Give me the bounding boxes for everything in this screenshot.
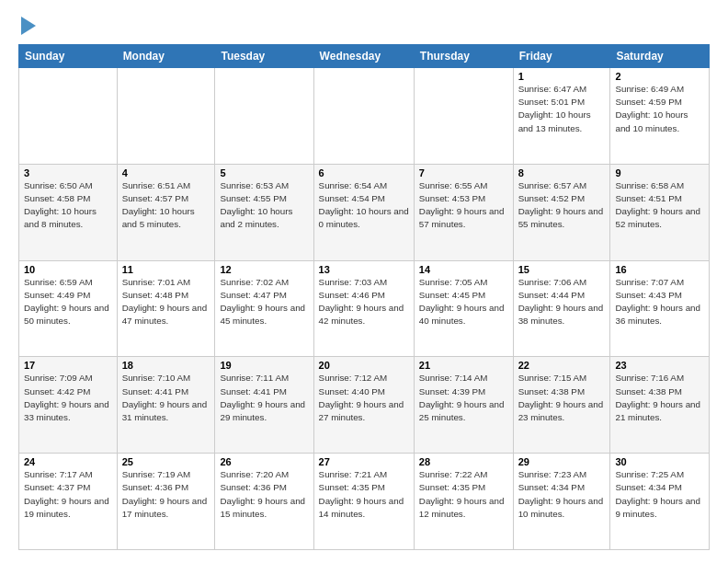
day-info: Sunrise: 7:01 AM Sunset: 4:48 PM Dayligh… — [122, 276, 210, 328]
day-number: 6 — [319, 167, 409, 178]
calendar-header-saturday: Saturday — [610, 45, 710, 68]
day-number: 29 — [518, 456, 606, 467]
day-number: 12 — [220, 264, 308, 275]
day-number: 2 — [615, 71, 704, 82]
calendar-cell — [19, 68, 118, 165]
calendar-cell: 22Sunrise: 7:15 AM Sunset: 4:38 PM Dayli… — [513, 357, 610, 454]
day-info: Sunrise: 7:03 AM Sunset: 4:46 PM Dayligh… — [319, 276, 409, 328]
logo — [18, 17, 36, 35]
calendar-table: SundayMondayTuesdayWednesdayThursdayFrid… — [18, 44, 710, 550]
calendar-cell — [215, 68, 313, 165]
day-info: Sunrise: 7:19 AM Sunset: 4:36 PM Dayligh… — [122, 468, 210, 521]
calendar-cell: 16Sunrise: 7:07 AM Sunset: 4:43 PM Dayli… — [610, 260, 710, 357]
calendar-header-thursday: Thursday — [414, 45, 513, 68]
day-info: Sunrise: 6:54 AM Sunset: 4:54 PM Dayligh… — [319, 179, 409, 232]
calendar-cell: 9Sunrise: 6:58 AM Sunset: 4:51 PM Daylig… — [610, 164, 710, 260]
calendar-week-row: 17Sunrise: 7:09 AM Sunset: 4:42 PM Dayli… — [19, 357, 710, 454]
day-info: Sunrise: 6:58 AM Sunset: 4:51 PM Dayligh… — [615, 179, 704, 232]
day-number: 15 — [518, 264, 606, 275]
calendar-cell: 30Sunrise: 7:25 AM Sunset: 4:34 PM Dayli… — [610, 454, 710, 550]
day-info: Sunrise: 7:22 AM Sunset: 4:35 PM Dayligh… — [419, 468, 508, 521]
day-number: 11 — [122, 264, 210, 275]
calendar-cell: 29Sunrise: 7:23 AM Sunset: 4:34 PM Dayli… — [513, 454, 610, 550]
day-number: 23 — [615, 360, 704, 371]
day-number: 10 — [24, 264, 112, 275]
calendar-cell: 24Sunrise: 7:17 AM Sunset: 4:37 PM Dayli… — [19, 454, 118, 550]
day-number: 18 — [122, 360, 210, 371]
day-info: Sunrise: 7:11 AM Sunset: 4:41 PM Dayligh… — [220, 372, 308, 424]
calendar-cell: 13Sunrise: 7:03 AM Sunset: 4:46 PM Dayli… — [313, 260, 414, 357]
day-info: Sunrise: 6:47 AM Sunset: 5:01 PM Dayligh… — [518, 83, 606, 135]
day-number: 21 — [419, 360, 508, 371]
logo-arrow-icon — [21, 17, 36, 35]
calendar-cell: 11Sunrise: 7:01 AM Sunset: 4:48 PM Dayli… — [117, 260, 215, 357]
day-number: 20 — [319, 360, 409, 371]
day-info: Sunrise: 6:51 AM Sunset: 4:57 PM Dayligh… — [122, 179, 210, 232]
day-info: Sunrise: 6:59 AM Sunset: 4:49 PM Dayligh… — [24, 276, 112, 328]
calendar-cell: 28Sunrise: 7:22 AM Sunset: 4:35 PM Dayli… — [414, 454, 513, 550]
calendar-cell: 6Sunrise: 6:54 AM Sunset: 4:54 PM Daylig… — [313, 164, 414, 260]
calendar-header-sunday: Sunday — [19, 45, 118, 68]
day-number: 28 — [419, 456, 508, 467]
page: SundayMondayTuesdayWednesdayThursdayFrid… — [0, 0, 728, 563]
day-info: Sunrise: 7:02 AM Sunset: 4:47 PM Dayligh… — [220, 276, 308, 328]
day-number: 3 — [24, 167, 112, 178]
day-info: Sunrise: 7:14 AM Sunset: 4:39 PM Dayligh… — [419, 372, 508, 424]
calendar-cell — [414, 68, 513, 165]
day-info: Sunrise: 7:17 AM Sunset: 4:37 PM Dayligh… — [24, 468, 112, 521]
calendar-week-row: 3Sunrise: 6:50 AM Sunset: 4:58 PM Daylig… — [19, 164, 710, 260]
day-number: 22 — [518, 360, 606, 371]
day-info: Sunrise: 7:15 AM Sunset: 4:38 PM Dayligh… — [518, 372, 606, 424]
day-info: Sunrise: 7:23 AM Sunset: 4:34 PM Dayligh… — [518, 468, 606, 521]
day-number: 5 — [220, 167, 308, 178]
calendar-cell: 7Sunrise: 6:55 AM Sunset: 4:53 PM Daylig… — [414, 164, 513, 260]
day-info: Sunrise: 7:16 AM Sunset: 4:38 PM Dayligh… — [615, 372, 704, 424]
day-info: Sunrise: 7:21 AM Sunset: 4:35 PM Dayligh… — [319, 468, 409, 521]
day-number: 9 — [615, 167, 704, 178]
day-number: 4 — [122, 167, 210, 178]
day-info: Sunrise: 7:06 AM Sunset: 4:44 PM Dayligh… — [518, 276, 606, 328]
calendar-week-row: 10Sunrise: 6:59 AM Sunset: 4:49 PM Dayli… — [19, 260, 710, 357]
day-info: Sunrise: 7:20 AM Sunset: 4:36 PM Dayligh… — [220, 468, 308, 521]
calendar-cell: 4Sunrise: 6:51 AM Sunset: 4:57 PM Daylig… — [117, 164, 215, 260]
day-number: 17 — [24, 360, 112, 371]
day-info: Sunrise: 7:12 AM Sunset: 4:40 PM Dayligh… — [319, 372, 409, 424]
day-number: 26 — [220, 456, 308, 467]
calendar-cell: 20Sunrise: 7:12 AM Sunset: 4:40 PM Dayli… — [313, 357, 414, 454]
calendar-cell: 2Sunrise: 6:49 AM Sunset: 4:59 PM Daylig… — [610, 68, 710, 165]
day-number: 8 — [518, 167, 606, 178]
day-number: 30 — [615, 456, 704, 467]
day-info: Sunrise: 6:53 AM Sunset: 4:55 PM Dayligh… — [220, 179, 308, 232]
calendar-cell: 18Sunrise: 7:10 AM Sunset: 4:41 PM Dayli… — [117, 357, 215, 454]
calendar-cell: 14Sunrise: 7:05 AM Sunset: 4:45 PM Dayli… — [414, 260, 513, 357]
calendar-cell: 5Sunrise: 6:53 AM Sunset: 4:55 PM Daylig… — [215, 164, 313, 260]
calendar-week-row: 24Sunrise: 7:17 AM Sunset: 4:37 PM Dayli… — [19, 454, 710, 550]
day-info: Sunrise: 7:09 AM Sunset: 4:42 PM Dayligh… — [24, 372, 112, 424]
calendar-cell — [117, 68, 215, 165]
calendar-header-monday: Monday — [117, 45, 215, 68]
day-info: Sunrise: 7:25 AM Sunset: 4:34 PM Dayligh… — [615, 468, 704, 521]
calendar-week-row: 1Sunrise: 6:47 AM Sunset: 5:01 PM Daylig… — [19, 68, 710, 165]
calendar-cell: 1Sunrise: 6:47 AM Sunset: 5:01 PM Daylig… — [513, 68, 610, 165]
header — [18, 17, 710, 35]
day-number: 1 — [518, 71, 606, 82]
day-info: Sunrise: 6:50 AM Sunset: 4:58 PM Dayligh… — [24, 179, 112, 232]
day-info: Sunrise: 7:10 AM Sunset: 4:41 PM Dayligh… — [122, 372, 210, 424]
day-number: 14 — [419, 264, 508, 275]
calendar-cell: 8Sunrise: 6:57 AM Sunset: 4:52 PM Daylig… — [513, 164, 610, 260]
day-info: Sunrise: 6:49 AM Sunset: 4:59 PM Dayligh… — [615, 83, 704, 135]
calendar-header-wednesday: Wednesday — [313, 45, 414, 68]
calendar-cell: 26Sunrise: 7:20 AM Sunset: 4:36 PM Dayli… — [215, 454, 313, 550]
day-number: 13 — [319, 264, 409, 275]
calendar-cell: 19Sunrise: 7:11 AM Sunset: 4:41 PM Dayli… — [215, 357, 313, 454]
day-number: 16 — [615, 264, 704, 275]
calendar-cell: 21Sunrise: 7:14 AM Sunset: 4:39 PM Dayli… — [414, 357, 513, 454]
day-info: Sunrise: 6:57 AM Sunset: 4:52 PM Dayligh… — [518, 179, 606, 232]
day-number: 24 — [24, 456, 112, 467]
day-info: Sunrise: 6:55 AM Sunset: 4:53 PM Dayligh… — [419, 179, 508, 232]
day-info: Sunrise: 7:05 AM Sunset: 4:45 PM Dayligh… — [419, 276, 508, 328]
calendar-cell: 17Sunrise: 7:09 AM Sunset: 4:42 PM Dayli… — [19, 357, 118, 454]
calendar-cell: 3Sunrise: 6:50 AM Sunset: 4:58 PM Daylig… — [19, 164, 118, 260]
day-number: 19 — [220, 360, 308, 371]
calendar-cell: 15Sunrise: 7:06 AM Sunset: 4:44 PM Dayli… — [513, 260, 610, 357]
